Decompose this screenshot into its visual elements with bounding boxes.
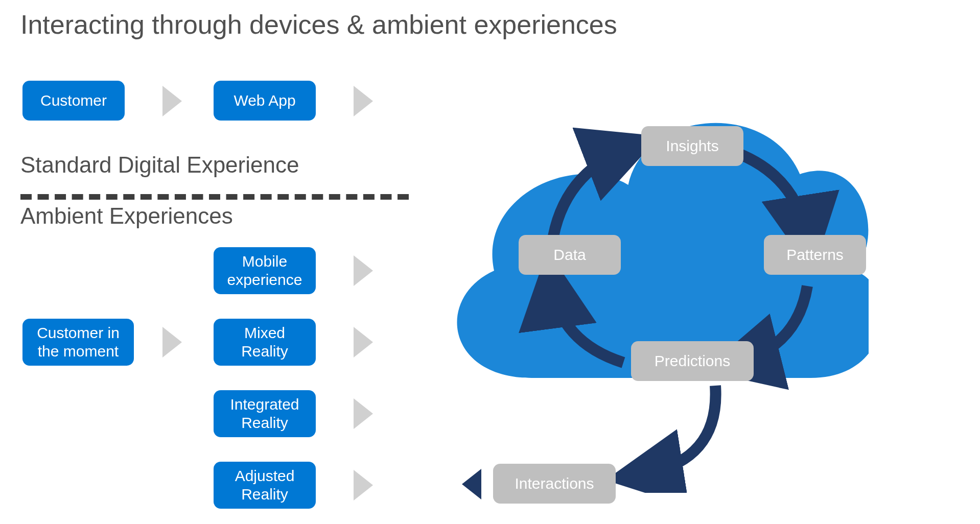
box-customer-moment: Customer in the moment [22,319,134,366]
divider [20,194,409,200]
slide-root: Interacting through devices & ambient ex… [0,0,980,524]
box-channel-mixed: Mixed Reality [214,319,316,366]
box-patterns: Patterns [764,235,866,275]
arrow-right-icon [354,86,373,116]
arrow-left-icon [462,469,481,499]
box-data: Data [519,235,621,275]
box-webapp: Web App [214,81,316,121]
arrow-right-icon [354,327,373,358]
box-channel-integrated: Integrated Reality [214,390,316,437]
box-predictions: Predictions [631,341,754,381]
box-customer: Customer [22,81,125,121]
arrow-to-interactions [608,380,741,493]
box-channel-mobile: Mobile experience [214,247,316,294]
box-insights: Insights [641,126,743,166]
arrow-right-icon [162,327,182,358]
arrow-right-icon [162,86,182,116]
arrow-right-icon [354,470,373,501]
arrow-right-icon [354,398,373,429]
heading-standard: Standard Digital Experience [20,152,299,178]
arrow-right-icon [354,255,373,286]
box-interactions: Interactions [493,464,616,504]
box-channel-adjusted: Adjusted Reality [214,462,316,509]
heading-ambient: Ambient Experiences [20,203,233,229]
slide-title: Interacting through devices & ambient ex… [20,9,617,40]
